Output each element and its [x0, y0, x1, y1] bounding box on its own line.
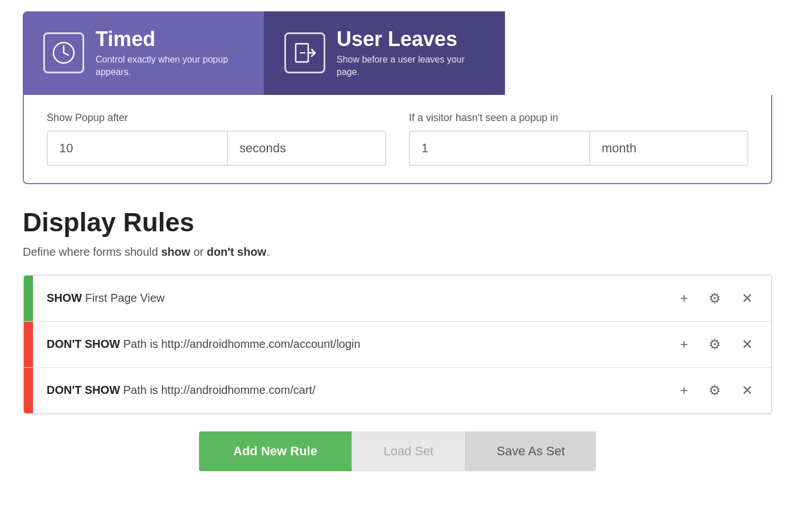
svg-line-2: [64, 53, 68, 55]
settings-row: Show Popup after seconds minutes If a vi…: [47, 112, 748, 166]
timed-icon-container: [43, 32, 84, 73]
display-rules-title: Display Rules: [23, 207, 772, 238]
popup-delay-input-group: seconds minutes: [47, 131, 386, 166]
rule-actions-1: + ⚙ ✕: [676, 287, 771, 310]
rule-indicator-2: [24, 322, 33, 367]
rule-indicator-1: [24, 276, 33, 321]
subtitle-show: show: [161, 246, 190, 258]
popup-delay-group: Show Popup after seconds minutes: [47, 112, 386, 166]
timed-tab-desc: Control exactly when your popup appears.: [96, 53, 243, 79]
rule-text-1: SHOW First Page View: [33, 292, 676, 305]
rule-add-button-2[interactable]: +: [676, 333, 693, 356]
rule-delete-button-3[interactable]: ✕: [737, 379, 757, 402]
visitor-duration-value-input[interactable]: [410, 132, 589, 165]
rule-delete-button-1[interactable]: ✕: [737, 287, 757, 310]
display-rules-section: Display Rules Define where forms should …: [23, 207, 772, 414]
rule-label-rest-3: Path is http://androidhomme.com/cart/: [120, 384, 316, 396]
exit-icon: [292, 40, 317, 65]
timed-tab-title: Timed: [96, 27, 243, 51]
rule-actions-2: + ⚙ ✕: [676, 333, 771, 356]
user-leaves-tab-desc: Show before a user leaves your page.: [337, 53, 485, 79]
subtitle-dont: don't show: [206, 246, 266, 258]
rule-text-2: DON'T SHOW Path is http://androidhomme.c…: [33, 338, 676, 351]
rule-label-bold-2: DON'T SHOW: [47, 338, 120, 350]
clock-icon: [51, 40, 76, 65]
popup-delay-unit-select[interactable]: seconds minutes: [227, 132, 385, 165]
visitor-duration-label: If a visitor hasn't seen a popup in: [409, 112, 748, 124]
rule-indicator-3: [24, 368, 33, 413]
rule-row-2: DON'T SHOW Path is http://androidhomme.c…: [24, 322, 771, 368]
trigger-tabs: Timed Control exactly when your popup ap…: [23, 11, 772, 95]
save-as-set-button[interactable]: Save As Set: [465, 431, 596, 471]
tab-timed[interactable]: Timed Control exactly when your popup ap…: [23, 11, 264, 95]
subtitle-after: .: [266, 246, 270, 258]
add-new-rule-button[interactable]: Add New Rule: [199, 431, 351, 471]
tab-user-leaves[interactable]: User Leaves Show before a user leaves yo…: [264, 11, 505, 95]
visitor-duration-unit-select[interactable]: month week day: [589, 132, 747, 165]
settings-panel: Show Popup after seconds minutes If a vi…: [23, 95, 772, 184]
subtitle-before: Define where forms should: [23, 246, 161, 258]
rule-label-rest-2: Path is http://androidhomme.com/account/…: [120, 338, 360, 350]
rule-delete-button-2[interactable]: ✕: [737, 333, 757, 356]
user-leaves-tab-title: User Leaves: [337, 27, 485, 51]
rule-settings-button-3[interactable]: ⚙: [704, 379, 726, 402]
popup-delay-label: Show Popup after: [47, 112, 386, 124]
rule-settings-button-2[interactable]: ⚙: [704, 333, 726, 356]
popup-delay-value-input[interactable]: [48, 132, 227, 165]
subtitle-middle: or: [191, 246, 207, 258]
bottom-buttons: Add New Rule Load Set Save As Set: [23, 431, 772, 471]
load-set-button[interactable]: Load Set: [351, 431, 465, 471]
rule-add-button-3[interactable]: +: [676, 379, 693, 402]
display-rules-subtitle: Define where forms should show or don't …: [23, 246, 772, 259]
rule-label-rest-1: First Page View: [82, 292, 164, 304]
exit-icon-container: [284, 32, 325, 73]
timed-tab-text: Timed Control exactly when your popup ap…: [96, 27, 243, 79]
rule-row-1: SHOW First Page View + ⚙ ✕: [24, 276, 771, 322]
rule-row-3: DON'T SHOW Path is http://androidhomme.c…: [24, 368, 771, 413]
user-leaves-tab-text: User Leaves Show before a user leaves yo…: [337, 27, 485, 79]
rule-label-bold-1: SHOW: [47, 292, 82, 304]
rule-actions-3: + ⚙ ✕: [676, 379, 771, 402]
rule-text-3: DON'T SHOW Path is http://androidhomme.c…: [33, 384, 676, 397]
visitor-duration-group: If a visitor hasn't seen a popup in mont…: [409, 112, 748, 166]
rules-table: SHOW First Page View + ⚙ ✕ DON'T SHOW Pa…: [23, 275, 772, 414]
rule-settings-button-1[interactable]: ⚙: [704, 287, 726, 310]
rule-label-bold-3: DON'T SHOW: [47, 384, 120, 396]
visitor-duration-input-group: month week day: [409, 131, 748, 166]
rule-add-button-1[interactable]: +: [676, 287, 693, 310]
